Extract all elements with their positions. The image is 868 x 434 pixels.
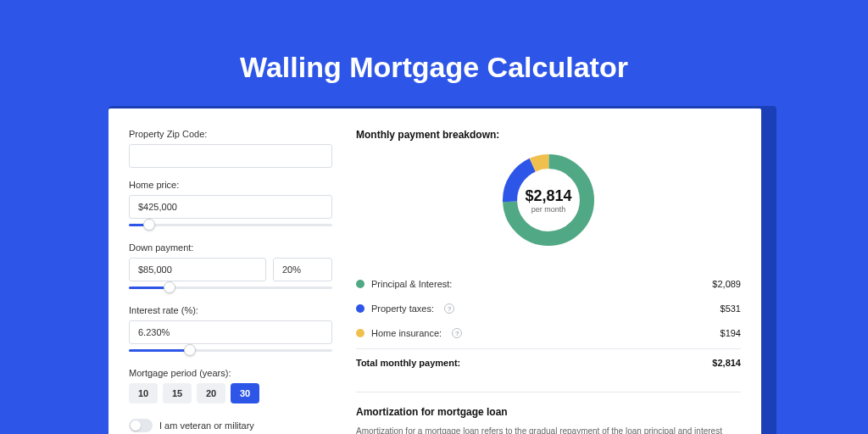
info-icon[interactable]: ?: [452, 328, 462, 338]
amortization-text: Amortization for a mortgage loan refers …: [356, 425, 741, 434]
down-payment-slider[interactable]: [129, 283, 332, 293]
down-payment-label: Down payment:: [129, 242, 332, 253]
interest-rate-input[interactable]: [129, 320, 332, 344]
info-icon[interactable]: ?: [444, 303, 454, 314]
amortization-title: Amortization for mortgage loan: [356, 406, 741, 418]
interest-rate-group: Interest rate (%):: [129, 305, 332, 356]
donut-sub: per month: [531, 205, 566, 214]
zip-group: Property Zip Code:: [129, 129, 332, 168]
mortgage-period-label: Mortgage period (years):: [129, 368, 332, 378]
home-price-input[interactable]: [129, 195, 332, 219]
down-payment-input[interactable]: [129, 258, 266, 281]
legend-value-insurance: $194: [721, 328, 741, 338]
period-option-15[interactable]: 15: [163, 383, 192, 403]
period-option-20[interactable]: 20: [197, 383, 225, 403]
down-payment-group: Down payment:: [129, 242, 332, 293]
zip-input[interactable]: [129, 144, 332, 168]
page-title: Walling Mortgage Calculator: [0, 0, 868, 84]
mortgage-period-options: 10 15 20 30: [129, 383, 332, 403]
zip-label: Property Zip Code:: [129, 129, 332, 139]
legend-value-taxes: $531: [721, 303, 741, 314]
legend-dot-principal: [356, 280, 364, 288]
home-price-group: Home price:: [129, 180, 332, 231]
veteran-label: I am veteran or military: [159, 420, 254, 431]
legend-row-principal: Principal & Interest: $2,089: [356, 271, 741, 296]
total-value: $2,814: [712, 358, 741, 368]
home-price-label: Home price:: [129, 180, 332, 190]
form-column: Property Zip Code: Home price: Down paym…: [129, 129, 332, 427]
down-payment-percent-input[interactable]: [273, 258, 332, 281]
breakdown-title: Monthly payment breakdown:: [356, 129, 741, 141]
amortization-section: Amortization for mortgage loan Amortizat…: [356, 392, 741, 434]
legend-value-principal: $2,089: [712, 279, 741, 289]
legend-row-insurance: Home insurance: ? $194: [356, 320, 741, 345]
home-price-slider[interactable]: [129, 220, 332, 231]
total-row: Total monthly payment: $2,814: [356, 348, 741, 376]
period-option-10[interactable]: 10: [129, 383, 158, 403]
donut-chart-wrap: $2,814 per month: [356, 149, 741, 251]
period-option-30[interactable]: 30: [231, 383, 259, 403]
interest-rate-label: Interest rate (%):: [129, 305, 332, 315]
legend-label-insurance: Home insurance:: [371, 328, 442, 338]
interest-rate-slider[interactable]: [129, 346, 332, 356]
calculator-card: Property Zip Code: Home price: Down paym…: [108, 108, 761, 434]
breakdown-column: Monthly payment breakdown: $2,814 per mo…: [356, 129, 741, 427]
legend-dot-insurance: [356, 329, 364, 337]
veteran-row: I am veteran or military: [129, 419, 332, 432]
legend-label-principal: Principal & Interest:: [371, 279, 452, 289]
total-label: Total monthly payment:: [356, 358, 460, 368]
donut-chart: $2,814 per month: [498, 149, 599, 251]
mortgage-period-group: Mortgage period (years): 10 15 20 30: [129, 368, 332, 403]
legend-row-taxes: Property taxes: ? $531: [356, 296, 741, 320]
legend-dot-taxes: [356, 304, 364, 313]
donut-amount: $2,814: [525, 187, 571, 205]
donut-center: $2,814 per month: [513, 164, 584, 236]
veteran-toggle[interactable]: [129, 419, 153, 432]
legend-label-taxes: Property taxes:: [371, 303, 434, 314]
